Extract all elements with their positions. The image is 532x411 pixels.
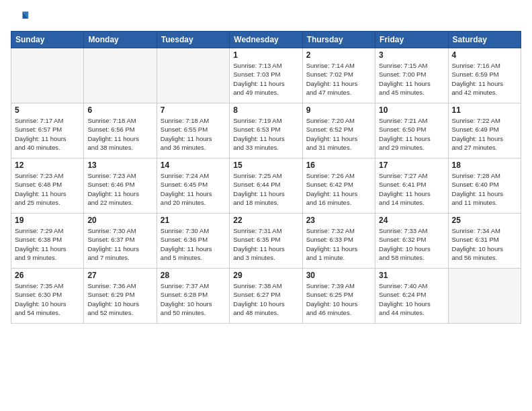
calendar-cell: 9Sunrise: 7:20 AM Sunset: 6:52 PM Daylig… [302, 103, 375, 158]
calendar-cell [11, 48, 84, 103]
calendar-cell: 2Sunrise: 7:14 AM Sunset: 7:02 PM Daylig… [302, 48, 375, 103]
day-number: 18 [452, 161, 517, 170]
day-number: 2 [306, 50, 371, 60]
calendar-cell: 30Sunrise: 7:39 AM Sunset: 6:25 PM Dayli… [302, 269, 375, 324]
day-info: Sunrise: 7:36 AM Sunset: 6:29 PM Dayligh… [87, 281, 152, 317]
calendar-cell: 10Sunrise: 7:21 AM Sunset: 6:50 PM Dayli… [375, 103, 448, 158]
day-info: Sunrise: 7:30 AM Sunset: 6:36 PM Dayligh… [161, 226, 226, 262]
calendar-cell: 31Sunrise: 7:40 AM Sunset: 6:24 PM Dayli… [375, 269, 448, 324]
day-number: 20 [87, 216, 152, 225]
day-info: Sunrise: 7:38 AM Sunset: 6:27 PM Dayligh… [233, 281, 298, 317]
weekday-header-row: SundayMondayTuesdayWednesdayThursdayFrid… [11, 32, 521, 48]
day-number: 15 [233, 161, 298, 170]
day-info: Sunrise: 7:26 AM Sunset: 6:42 PM Dayligh… [306, 171, 371, 207]
day-number: 1 [233, 50, 298, 60]
day-number: 17 [379, 161, 444, 170]
day-number: 10 [379, 105, 444, 115]
calendar-week-row: 12Sunrise: 7:23 AM Sunset: 6:48 PM Dayli… [11, 158, 521, 214]
calendar-cell: 23Sunrise: 7:32 AM Sunset: 6:33 PM Dayli… [302, 214, 375, 269]
calendar-cell: 26Sunrise: 7:35 AM Sunset: 6:30 PM Dayli… [11, 269, 84, 324]
weekday-header: Saturday [448, 32, 521, 48]
day-info: Sunrise: 7:32 AM Sunset: 6:33 PM Dayligh… [306, 226, 371, 262]
day-info: Sunrise: 7:25 AM Sunset: 6:44 PM Dayligh… [233, 171, 298, 207]
day-info: Sunrise: 7:34 AM Sunset: 6:31 PM Dayligh… [452, 226, 517, 262]
day-number: 29 [233, 271, 298, 280]
calendar-cell: 21Sunrise: 7:30 AM Sunset: 6:36 PM Dayli… [157, 214, 229, 269]
day-number: 14 [161, 161, 226, 170]
day-info: Sunrise: 7:28 AM Sunset: 6:40 PM Dayligh… [452, 171, 517, 207]
day-info: Sunrise: 7:19 AM Sunset: 6:53 PM Dayligh… [233, 116, 298, 152]
day-number: 26 [15, 271, 80, 280]
day-number: 3 [379, 50, 444, 60]
logo-icon [11, 8, 30, 27]
day-number: 4 [452, 50, 517, 60]
day-info: Sunrise: 7:35 AM Sunset: 6:30 PM Dayligh… [15, 281, 80, 317]
day-number: 21 [161, 216, 226, 225]
calendar-cell: 25Sunrise: 7:34 AM Sunset: 6:31 PM Dayli… [448, 214, 521, 269]
calendar-cell: 27Sunrise: 7:36 AM Sunset: 6:29 PM Dayli… [84, 269, 157, 324]
weekday-header: Sunday [11, 32, 84, 48]
calendar-cell: 8Sunrise: 7:19 AM Sunset: 6:53 PM Daylig… [230, 103, 302, 158]
day-number: 9 [306, 105, 371, 115]
calendar-week-row: 26Sunrise: 7:35 AM Sunset: 6:30 PM Dayli… [11, 269, 521, 324]
calendar-week-row: 1Sunrise: 7:13 AM Sunset: 7:03 PM Daylig… [11, 48, 521, 103]
day-info: Sunrise: 7:13 AM Sunset: 7:03 PM Dayligh… [233, 61, 298, 97]
calendar-table: SundayMondayTuesdayWednesdayThursdayFrid… [11, 31, 521, 324]
day-info: Sunrise: 7:18 AM Sunset: 6:55 PM Dayligh… [161, 116, 226, 152]
calendar-cell: 13Sunrise: 7:23 AM Sunset: 6:46 PM Dayli… [84, 158, 157, 214]
day-info: Sunrise: 7:23 AM Sunset: 6:48 PM Dayligh… [15, 171, 80, 207]
calendar-cell: 14Sunrise: 7:24 AM Sunset: 6:45 PM Dayli… [157, 158, 229, 214]
calendar-cell: 1Sunrise: 7:13 AM Sunset: 7:03 PM Daylig… [230, 48, 302, 103]
day-number: 19 [15, 216, 80, 225]
calendar-cell: 15Sunrise: 7:25 AM Sunset: 6:44 PM Dayli… [230, 158, 302, 214]
logo [11, 8, 32, 27]
header [11, 8, 521, 27]
calendar-cell: 12Sunrise: 7:23 AM Sunset: 6:48 PM Dayli… [11, 158, 84, 214]
calendar-cell: 20Sunrise: 7:30 AM Sunset: 6:37 PM Dayli… [84, 214, 157, 269]
day-info: Sunrise: 7:24 AM Sunset: 6:45 PM Dayligh… [161, 171, 226, 207]
day-number: 22 [233, 216, 298, 225]
day-number: 11 [452, 105, 517, 115]
day-number: 7 [161, 105, 226, 115]
day-number: 8 [233, 105, 298, 115]
calendar-cell: 6Sunrise: 7:18 AM Sunset: 6:56 PM Daylig… [84, 103, 157, 158]
weekday-header: Tuesday [157, 32, 229, 48]
day-info: Sunrise: 7:39 AM Sunset: 6:25 PM Dayligh… [306, 281, 371, 317]
day-number: 25 [452, 216, 517, 225]
weekday-header: Friday [375, 32, 448, 48]
calendar-cell: 4Sunrise: 7:16 AM Sunset: 6:59 PM Daylig… [448, 48, 521, 103]
calendar-cell: 7Sunrise: 7:18 AM Sunset: 6:55 PM Daylig… [157, 103, 229, 158]
weekday-header: Wednesday [230, 32, 302, 48]
calendar-cell [157, 48, 229, 103]
day-info: Sunrise: 7:29 AM Sunset: 6:38 PM Dayligh… [15, 226, 80, 262]
day-info: Sunrise: 7:17 AM Sunset: 6:57 PM Dayligh… [15, 116, 80, 152]
day-info: Sunrise: 7:22 AM Sunset: 6:49 PM Dayligh… [452, 116, 517, 152]
calendar-cell: 22Sunrise: 7:31 AM Sunset: 6:35 PM Dayli… [230, 214, 302, 269]
day-info: Sunrise: 7:33 AM Sunset: 6:32 PM Dayligh… [379, 226, 444, 262]
day-number: 24 [379, 216, 444, 225]
day-number: 31 [379, 271, 444, 280]
day-info: Sunrise: 7:20 AM Sunset: 6:52 PM Dayligh… [306, 116, 371, 152]
day-number: 16 [306, 161, 371, 170]
page: SundayMondayTuesdayWednesdayThursdayFrid… [0, 0, 532, 411]
calendar-cell: 11Sunrise: 7:22 AM Sunset: 6:49 PM Dayli… [448, 103, 521, 158]
calendar-cell: 17Sunrise: 7:27 AM Sunset: 6:41 PM Dayli… [375, 158, 448, 214]
day-number: 13 [87, 161, 152, 170]
calendar-cell: 16Sunrise: 7:26 AM Sunset: 6:42 PM Dayli… [302, 158, 375, 214]
day-number: 27 [87, 271, 152, 280]
day-info: Sunrise: 7:27 AM Sunset: 6:41 PM Dayligh… [379, 171, 444, 207]
day-info: Sunrise: 7:37 AM Sunset: 6:28 PM Dayligh… [161, 281, 226, 317]
day-info: Sunrise: 7:14 AM Sunset: 7:02 PM Dayligh… [306, 61, 371, 97]
day-number: 23 [306, 216, 371, 225]
weekday-header: Monday [84, 32, 157, 48]
calendar-week-row: 5Sunrise: 7:17 AM Sunset: 6:57 PM Daylig… [11, 103, 521, 158]
calendar-week-row: 19Sunrise: 7:29 AM Sunset: 6:38 PM Dayli… [11, 214, 521, 269]
day-number: 12 [15, 161, 80, 170]
calendar-cell: 24Sunrise: 7:33 AM Sunset: 6:32 PM Dayli… [375, 214, 448, 269]
day-number: 28 [161, 271, 226, 280]
day-info: Sunrise: 7:40 AM Sunset: 6:24 PM Dayligh… [379, 281, 444, 317]
calendar-cell [448, 269, 521, 324]
day-number: 6 [87, 105, 152, 115]
day-info: Sunrise: 7:30 AM Sunset: 6:37 PM Dayligh… [87, 226, 152, 262]
calendar-cell: 19Sunrise: 7:29 AM Sunset: 6:38 PM Dayli… [11, 214, 84, 269]
